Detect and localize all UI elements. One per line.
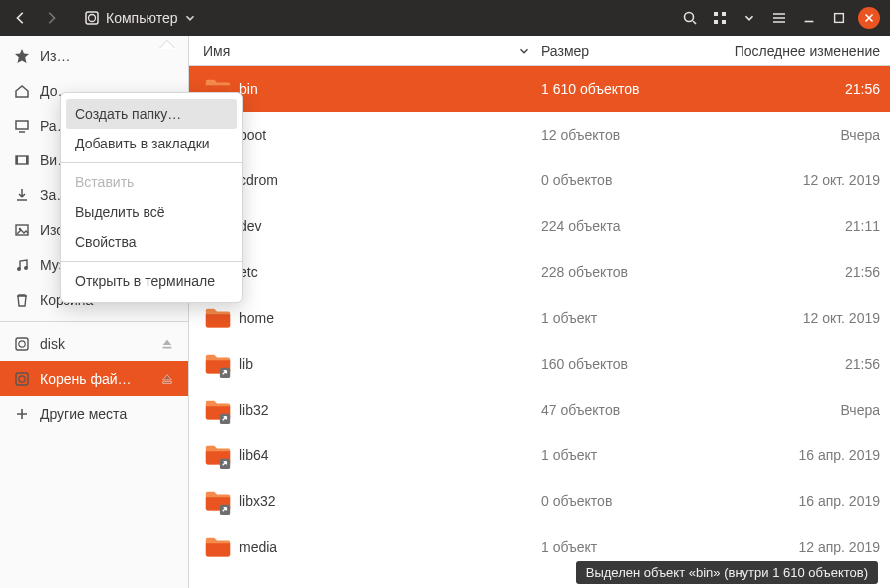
file-modified: 12 окт. 2019 — [711, 310, 880, 326]
file-modified: 12 апр. 2019 — [711, 539, 880, 555]
file-name: libx32 — [239, 493, 541, 509]
file-size: 1 объект — [541, 310, 711, 326]
disk-icon — [14, 336, 30, 352]
sidebar-item-label: disk — [40, 336, 150, 352]
file-pane: Имя Размер Последнее изменение bin1 610 … — [189, 36, 890, 588]
disk-icon — [84, 10, 100, 26]
hamburger-button[interactable] — [765, 4, 793, 32]
forward-button[interactable] — [37, 4, 65, 32]
file-row[interactable]: home1 объект12 окт. 2019 — [189, 295, 890, 341]
image-icon — [14, 222, 30, 238]
chevron-left-icon — [14, 11, 28, 25]
file-size: 224 объекта — [541, 218, 711, 234]
star-icon — [14, 48, 30, 64]
video-icon — [14, 152, 30, 168]
column-size[interactable]: Размер — [541, 43, 711, 59]
svg-line-3 — [693, 21, 696, 24]
view-dropdown-button[interactable] — [736, 4, 763, 32]
svg-point-22 — [19, 375, 25, 381]
file-row[interactable]: etc228 объектов21:56 — [189, 249, 890, 295]
file-name: cdrom — [239, 172, 541, 188]
file-modified: Вчера — [711, 127, 880, 143]
titlebar: Компьютер — [0, 0, 890, 36]
file-name: home — [239, 310, 541, 326]
svg-rect-7 — [722, 20, 726, 24]
svg-rect-9 — [835, 14, 844, 23]
file-name: etc — [239, 264, 541, 280]
file-name: boot — [239, 127, 541, 143]
menu-item[interactable]: Свойства — [61, 227, 242, 257]
eject-icon[interactable] — [160, 372, 174, 386]
column-modified[interactable]: Последнее изменение — [711, 43, 880, 59]
file-size: 160 объектов — [541, 356, 711, 372]
sidebar-item-label: Корень фай… — [40, 371, 150, 387]
maximize-button[interactable] — [825, 4, 853, 32]
file-size: 0 объектов — [541, 493, 711, 509]
folder-icon — [199, 486, 239, 516]
svg-point-17 — [17, 267, 21, 271]
folder-icon — [199, 349, 239, 379]
file-name: lib32 — [239, 402, 541, 418]
menu-item[interactable]: Добавить в закладки — [61, 129, 242, 158]
svg-point-20 — [19, 340, 25, 346]
file-modified: 21:56 — [711, 264, 880, 280]
dropdown-icon — [183, 11, 197, 25]
menu-item[interactable]: Создать папку… — [66, 99, 237, 129]
file-size: 228 объектов — [541, 264, 711, 280]
svg-rect-19 — [16, 338, 28, 350]
file-row[interactable]: libx320 объектов16 апр. 2019 — [189, 478, 890, 524]
file-modified: 16 апр. 2019 — [711, 447, 880, 463]
trash-icon — [14, 292, 30, 308]
close-icon — [862, 11, 876, 25]
sidebar-item-disk-8[interactable]: disk — [0, 326, 188, 361]
columns-header: Имя Размер Последнее изменение — [189, 36, 890, 66]
hamburger-icon — [771, 10, 787, 26]
eject-icon[interactable] — [160, 337, 174, 351]
location-label: Компьютер — [106, 10, 177, 26]
file-row[interactable]: boot12 объектовВчера — [189, 112, 890, 157]
file-size: 1 610 объектов — [541, 81, 711, 97]
svg-point-18 — [24, 266, 28, 270]
sidebar-divider — [0, 321, 188, 322]
file-list[interactable]: bin1 610 объектов21:56boot12 объектовВче… — [189, 66, 890, 588]
menu-separator — [61, 261, 242, 262]
file-size: 47 объектов — [541, 402, 711, 418]
svg-point-1 — [89, 15, 96, 22]
music-icon — [14, 257, 30, 273]
view-grid-button[interactable] — [706, 4, 734, 32]
sidebar-item-disk-9[interactable]: Корень фай… — [0, 361, 188, 396]
minimize-button[interactable] — [795, 4, 823, 32]
file-row[interactable]: lib641 объект16 апр. 2019 — [189, 433, 890, 478]
file-name: dev — [239, 218, 541, 234]
file-row[interactable]: lib3247 объектовВчера — [189, 387, 890, 433]
folder-icon — [199, 303, 239, 333]
svg-rect-5 — [722, 12, 726, 16]
column-name-label: Имя — [203, 43, 230, 59]
column-modified-label: Последнее изменение — [735, 43, 880, 59]
svg-rect-25 — [220, 459, 230, 469]
column-name[interactable]: Имя — [189, 43, 541, 59]
minimize-icon — [802, 11, 816, 25]
file-modified: 21:11 — [711, 218, 880, 234]
menu-item[interactable]: Выделить всё — [61, 197, 242, 227]
sidebar-item-label: Другие места — [40, 406, 174, 422]
svg-rect-21 — [16, 373, 28, 385]
file-size: 12 объектов — [541, 127, 711, 143]
location-chip[interactable]: Компьютер — [74, 6, 207, 30]
file-name: media — [239, 539, 541, 555]
file-row[interactable]: bin1 610 объектов21:56 — [189, 66, 890, 112]
sidebar-item-plus-10[interactable]: Другие места — [0, 396, 188, 431]
chevron-down-icon — [742, 11, 756, 25]
folder-icon — [199, 395, 239, 425]
search-button[interactable] — [676, 4, 704, 32]
file-row[interactable]: lib160 объектов21:56 — [189, 341, 890, 387]
file-row[interactable]: dev224 объекта21:11 — [189, 203, 890, 249]
file-row[interactable]: cdrom0 объектов12 окт. 2019 — [189, 157, 890, 203]
menu-item[interactable]: Открыть в терминале — [61, 266, 242, 296]
svg-rect-6 — [714, 20, 718, 24]
close-button[interactable] — [858, 7, 880, 29]
svg-rect-26 — [220, 505, 230, 515]
back-button[interactable] — [7, 4, 35, 32]
desktop-icon — [14, 118, 30, 134]
home-icon — [14, 83, 30, 99]
